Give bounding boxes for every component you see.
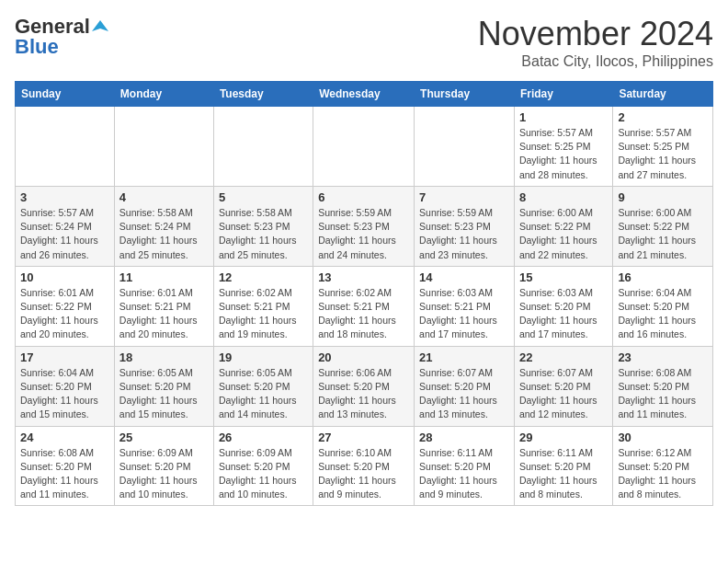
calendar-cell: 3Sunrise: 5:57 AM Sunset: 5:24 PM Daylig… bbox=[16, 186, 115, 266]
day-info: Sunrise: 6:09 AM Sunset: 5:20 PM Dayligh… bbox=[219, 446, 308, 502]
day-number: 7 bbox=[419, 190, 509, 204]
day-info: Sunrise: 6:09 AM Sunset: 5:20 PM Dayligh… bbox=[119, 446, 209, 502]
day-info: Sunrise: 6:12 AM Sunset: 5:20 PM Dayligh… bbox=[618, 446, 708, 502]
day-number: 6 bbox=[318, 190, 409, 204]
day-info: Sunrise: 6:10 AM Sunset: 5:20 PM Dayligh… bbox=[318, 446, 409, 502]
calendar-cell bbox=[313, 107, 415, 187]
day-info: Sunrise: 6:02 AM Sunset: 5:21 PM Dayligh… bbox=[318, 286, 409, 342]
logo-blue-text: Blue bbox=[15, 35, 59, 59]
day-info: Sunrise: 6:00 AM Sunset: 5:22 PM Dayligh… bbox=[519, 206, 608, 262]
day-info: Sunrise: 6:03 AM Sunset: 5:20 PM Dayligh… bbox=[519, 286, 608, 342]
location-title: Batac City, Ilocos, Philippines bbox=[478, 53, 713, 70]
day-info: Sunrise: 6:07 AM Sunset: 5:20 PM Dayligh… bbox=[519, 366, 608, 422]
day-number: 15 bbox=[519, 270, 608, 284]
day-info: Sunrise: 6:02 AM Sunset: 5:21 PM Dayligh… bbox=[219, 286, 308, 342]
day-number: 17 bbox=[20, 350, 109, 364]
day-number: 14 bbox=[419, 270, 509, 284]
calendar-cell: 21Sunrise: 6:07 AM Sunset: 5:20 PM Dayli… bbox=[415, 346, 515, 426]
day-number: 11 bbox=[119, 270, 209, 284]
calendar-cell: 18Sunrise: 6:05 AM Sunset: 5:20 PM Dayli… bbox=[114, 346, 213, 426]
day-number: 3 bbox=[20, 190, 109, 204]
weekday-header-row: SundayMondayTuesdayWednesdayThursdayFrid… bbox=[16, 82, 713, 107]
day-number: 12 bbox=[219, 270, 308, 284]
day-number: 26 bbox=[219, 431, 308, 444]
day-number: 22 bbox=[519, 350, 608, 364]
day-number: 21 bbox=[419, 350, 509, 364]
calendar-cell bbox=[16, 107, 115, 187]
calendar-cell: 24Sunrise: 6:08 AM Sunset: 5:20 PM Dayli… bbox=[16, 426, 115, 506]
day-info: Sunrise: 5:58 AM Sunset: 5:24 PM Dayligh… bbox=[119, 206, 209, 262]
calendar-cell: 27Sunrise: 6:10 AM Sunset: 5:20 PM Dayli… bbox=[313, 426, 415, 506]
day-info: Sunrise: 6:07 AM Sunset: 5:20 PM Dayligh… bbox=[419, 366, 509, 422]
title-section: November 2024 Batac City, Ilocos, Philip… bbox=[478, 15, 713, 70]
calendar-cell: 5Sunrise: 5:58 AM Sunset: 5:23 PM Daylig… bbox=[213, 186, 313, 266]
day-info: Sunrise: 6:03 AM Sunset: 5:21 PM Dayligh… bbox=[419, 286, 509, 342]
day-number: 28 bbox=[419, 431, 509, 444]
day-info: Sunrise: 5:57 AM Sunset: 5:25 PM Dayligh… bbox=[519, 126, 608, 182]
day-info: Sunrise: 6:01 AM Sunset: 5:22 PM Dayligh… bbox=[20, 286, 109, 342]
calendar-cell: 17Sunrise: 6:04 AM Sunset: 5:20 PM Dayli… bbox=[16, 346, 115, 426]
weekday-header: Thursday bbox=[415, 82, 515, 107]
calendar-cell: 22Sunrise: 6:07 AM Sunset: 5:20 PM Dayli… bbox=[514, 346, 612, 426]
calendar-cell: 25Sunrise: 6:09 AM Sunset: 5:20 PM Dayli… bbox=[114, 426, 213, 506]
day-number: 10 bbox=[20, 270, 109, 284]
weekday-header: Sunday bbox=[16, 82, 115, 107]
day-number: 24 bbox=[20, 431, 109, 444]
calendar-cell: 11Sunrise: 6:01 AM Sunset: 5:21 PM Dayli… bbox=[114, 266, 213, 346]
day-info: Sunrise: 5:59 AM Sunset: 5:23 PM Dayligh… bbox=[318, 206, 409, 262]
day-info: Sunrise: 6:08 AM Sunset: 5:20 PM Dayligh… bbox=[20, 446, 109, 502]
day-info: Sunrise: 6:11 AM Sunset: 5:20 PM Dayligh… bbox=[519, 446, 608, 502]
calendar-week-row: 3Sunrise: 5:57 AM Sunset: 5:24 PM Daylig… bbox=[16, 186, 713, 266]
calendar-cell bbox=[415, 107, 515, 187]
day-number: 2 bbox=[618, 110, 708, 124]
weekday-header: Tuesday bbox=[213, 82, 313, 107]
day-info: Sunrise: 5:58 AM Sunset: 5:23 PM Dayligh… bbox=[219, 206, 308, 262]
calendar-cell: 16Sunrise: 6:04 AM Sunset: 5:20 PM Dayli… bbox=[613, 266, 713, 346]
calendar-cell: 26Sunrise: 6:09 AM Sunset: 5:20 PM Dayli… bbox=[213, 426, 313, 506]
day-info: Sunrise: 6:04 AM Sunset: 5:20 PM Dayligh… bbox=[20, 366, 109, 422]
calendar-cell: 9Sunrise: 6:00 AM Sunset: 5:22 PM Daylig… bbox=[613, 186, 713, 266]
day-info: Sunrise: 5:57 AM Sunset: 5:25 PM Dayligh… bbox=[618, 126, 708, 182]
calendar-cell: 15Sunrise: 6:03 AM Sunset: 5:20 PM Dayli… bbox=[514, 266, 612, 346]
logo-bird-icon bbox=[92, 18, 108, 35]
weekday-header: Friday bbox=[514, 82, 612, 107]
svg-marker-0 bbox=[92, 20, 108, 31]
day-number: 27 bbox=[318, 431, 409, 444]
calendar-cell: 2Sunrise: 5:57 AM Sunset: 5:25 PM Daylig… bbox=[613, 107, 713, 187]
day-info: Sunrise: 6:00 AM Sunset: 5:22 PM Dayligh… bbox=[618, 206, 708, 262]
calendar-week-row: 24Sunrise: 6:08 AM Sunset: 5:20 PM Dayli… bbox=[16, 426, 713, 506]
calendar-cell bbox=[114, 107, 213, 187]
day-number: 1 bbox=[519, 110, 608, 124]
day-number: 25 bbox=[119, 431, 209, 444]
day-number: 16 bbox=[618, 270, 708, 284]
calendar-cell: 7Sunrise: 5:59 AM Sunset: 5:23 PM Daylig… bbox=[415, 186, 515, 266]
calendar-cell: 19Sunrise: 6:05 AM Sunset: 5:20 PM Dayli… bbox=[213, 346, 313, 426]
calendar-cell: 30Sunrise: 6:12 AM Sunset: 5:20 PM Dayli… bbox=[613, 426, 713, 506]
calendar-table: SundayMondayTuesdayWednesdayThursdayFrid… bbox=[15, 81, 713, 506]
calendar-cell: 1Sunrise: 5:57 AM Sunset: 5:25 PM Daylig… bbox=[514, 107, 612, 187]
calendar-cell: 20Sunrise: 6:06 AM Sunset: 5:20 PM Dayli… bbox=[313, 346, 415, 426]
day-number: 23 bbox=[618, 350, 708, 364]
calendar-cell: 10Sunrise: 6:01 AM Sunset: 5:22 PM Dayli… bbox=[16, 266, 115, 346]
day-number: 19 bbox=[219, 350, 308, 364]
calendar-cell: 12Sunrise: 6:02 AM Sunset: 5:21 PM Dayli… bbox=[213, 266, 313, 346]
day-number: 8 bbox=[519, 190, 608, 204]
weekday-header: Monday bbox=[114, 82, 213, 107]
day-info: Sunrise: 6:11 AM Sunset: 5:20 PM Dayligh… bbox=[419, 446, 509, 502]
calendar-cell: 23Sunrise: 6:08 AM Sunset: 5:20 PM Dayli… bbox=[613, 346, 713, 426]
day-info: Sunrise: 6:08 AM Sunset: 5:20 PM Dayligh… bbox=[618, 366, 708, 422]
calendar-week-row: 17Sunrise: 6:04 AM Sunset: 5:20 PM Dayli… bbox=[16, 346, 713, 426]
calendar-cell bbox=[213, 107, 313, 187]
calendar-cell: 28Sunrise: 6:11 AM Sunset: 5:20 PM Dayli… bbox=[415, 426, 515, 506]
day-info: Sunrise: 5:59 AM Sunset: 5:23 PM Dayligh… bbox=[419, 206, 509, 262]
calendar-week-row: 1Sunrise: 5:57 AM Sunset: 5:25 PM Daylig… bbox=[16, 107, 713, 187]
day-info: Sunrise: 6:01 AM Sunset: 5:21 PM Dayligh… bbox=[119, 286, 209, 342]
day-info: Sunrise: 6:06 AM Sunset: 5:20 PM Dayligh… bbox=[318, 366, 409, 422]
calendar-cell: 14Sunrise: 6:03 AM Sunset: 5:21 PM Dayli… bbox=[415, 266, 515, 346]
weekday-header: Saturday bbox=[613, 82, 713, 107]
day-number: 29 bbox=[519, 431, 608, 444]
weekday-header: Wednesday bbox=[313, 82, 415, 107]
day-info: Sunrise: 5:57 AM Sunset: 5:24 PM Dayligh… bbox=[20, 206, 109, 262]
month-title: November 2024 bbox=[478, 15, 713, 53]
calendar-cell: 4Sunrise: 5:58 AM Sunset: 5:24 PM Daylig… bbox=[114, 186, 213, 266]
